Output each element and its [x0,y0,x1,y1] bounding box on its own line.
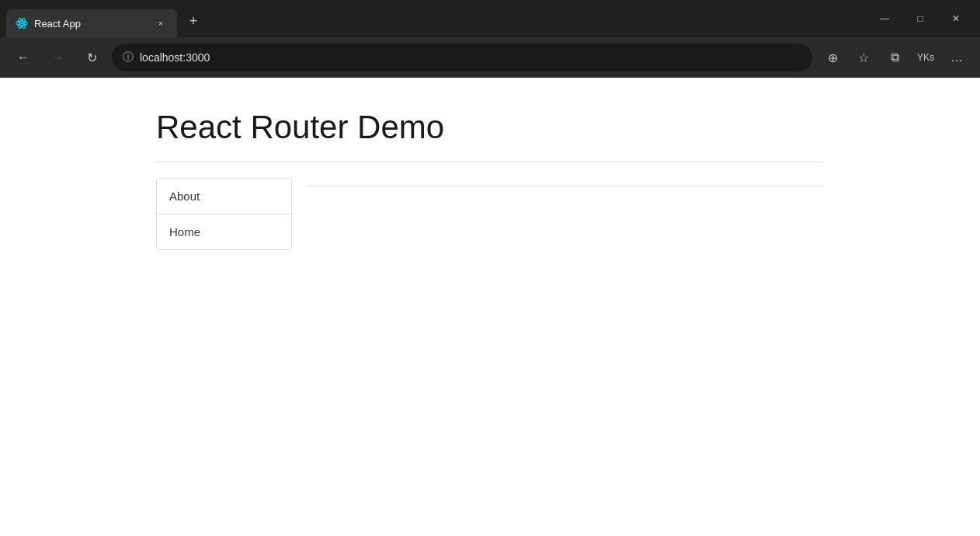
minimize-button[interactable]: — [867,6,902,31]
react-favicon-icon [16,17,28,30]
maximize-button[interactable]: □ [902,6,938,31]
svg-point-3 [21,23,23,25]
tab-area: React App × + [6,0,864,37]
tab-close-button[interactable]: × [154,16,168,30]
right-panel [308,178,824,186]
favorites-button[interactable]: ☆ [850,44,877,71]
toolbar-icons: ⊕ ☆ ⧉ ΥΚs … [818,44,971,71]
address-text: localhost:3000 [140,51,801,64]
right-divider [308,186,824,186]
browser-titlebar: React App × + — □ ✕ [0,0,980,37]
add-favorites-button[interactable]: ⊕ [818,44,846,71]
reload-button[interactable]: ↻ [78,44,106,71]
page-inner: React Router Demo About Home [141,78,839,266]
back-button[interactable]: ← [9,44,37,71]
page-content: React Router Demo About Home [0,78,980,536]
collections-button[interactable]: ⧉ [881,44,909,71]
nav-list: About Home [156,178,292,250]
window-controls: — □ ✕ [867,6,974,31]
close-button[interactable]: ✕ [938,6,974,31]
nav-item-about[interactable]: About [157,179,291,214]
forward-button[interactable]: → [43,44,71,71]
tab-title: React App [34,18,148,30]
new-tab-button[interactable]: + [180,8,207,34]
content-area: About Home [156,178,824,250]
page-title: React Router Demo [156,109,824,146]
header-divider [156,162,824,162]
profile-button[interactable]: ΥΚs [912,44,940,71]
browser-tab[interactable]: React App × [6,9,177,37]
browser-navbar: ← → ↻ ⓘ localhost:3000 ⊕ ☆ ⧉ ΥΚs … [0,37,980,78]
nav-item-home[interactable]: Home [157,214,291,249]
menu-button[interactable]: … [943,44,971,71]
address-bar[interactable]: ⓘ localhost:3000 [112,44,812,71]
address-info-icon: ⓘ [123,50,134,64]
